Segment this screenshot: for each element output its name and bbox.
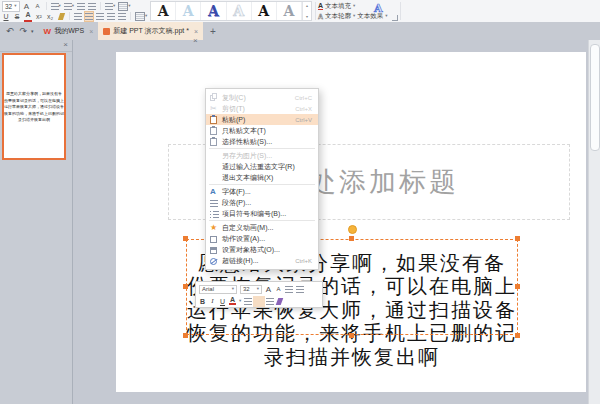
menu-item-cut[interactable]: ✂ 剪切(T) Ctrl+X: [206, 103, 318, 114]
bullets-button[interactable]: ▾: [51, 2, 61, 11]
text-effects-button[interactable]: 文本效果: [357, 12, 383, 21]
undo-history-dropdown[interactable]: ▾: [31, 28, 34, 34]
align-center-button[interactable]: [85, 12, 93, 21]
divider: [100, 2, 101, 10]
align-justify-button[interactable]: [107, 12, 115, 21]
menu-item-hyperlink[interactable]: 超链接(H)... Ctrl+K: [206, 255, 318, 266]
menu-item-reselect-text-ime[interactable]: 通过输入法重选文字(R): [206, 161, 318, 172]
resize-handle-top-center[interactable]: [349, 236, 354, 241]
chevron-down-icon: ▾: [145, 14, 147, 18]
highlight-button[interactable]: [57, 12, 65, 21]
menu-item-paste[interactable]: 粘贴(P) Ctrl+V: [206, 114, 318, 125]
increase-indent-button[interactable]: [88, 2, 96, 11]
increase-font-button[interactable]: A: [23, 2, 31, 11]
tab-home-wps[interactable]: W 我的WPS ×: [39, 22, 99, 40]
menu-item-exit-text-edit[interactable]: 退出文本编辑(X): [206, 172, 318, 183]
menu-item-paragraph[interactable]: 段落(P)...: [206, 197, 318, 208]
resize-handle-bottom-right[interactable]: [515, 333, 520, 338]
distribute-button[interactable]: [118, 12, 126, 21]
mini-bullets-icon[interactable]: [244, 298, 252, 305]
context-menu: 复制(C) Ctrl+C ✂ 剪切(T) Ctrl+X 粘贴(P) Ctrl+V…: [205, 88, 319, 270]
mini-font-name-box[interactable]: Arial ▾: [199, 285, 237, 294]
menu-separator: [209, 220, 315, 221]
mini-font-size-box[interactable]: 32 ▾: [240, 285, 262, 294]
resize-handle-top-right[interactable]: [515, 236, 520, 241]
scroll-down-icon[interactable]: ▾: [306, 14, 308, 19]
scrollbar-thumb[interactable]: [590, 44, 600, 151]
chevron-down-icon: ▾: [113, 4, 115, 8]
chevron-down-icon: ▾: [257, 287, 259, 291]
mini-underline-button[interactable]: U: [219, 298, 226, 305]
redo-button[interactable]: ↷: [20, 27, 28, 36]
menu-item-action-settings[interactable]: 动作设置(A)...: [206, 233, 318, 244]
slide-editing-area[interactable]: 此处添加标题 愿意给大家分享啊，如果没有备 份要恢复记录的话，可以在电脑上 运行…: [116, 52, 586, 392]
menu-item-paste-special[interactable]: 选择性粘贴(S)...: [206, 136, 318, 147]
resize-handle-mid-right[interactable]: [515, 284, 520, 289]
resize-handle-bottom-center[interactable]: [349, 333, 354, 338]
wordart-style-2[interactable]: A: [176, 2, 201, 20]
wordart-style-3[interactable]: A: [201, 2, 226, 20]
format-painter-icon[interactable]: [276, 298, 284, 305]
dialog-launcher-icon[interactable]: [392, 15, 398, 21]
mini-decrease-indent-icon[interactable]: [285, 286, 293, 293]
thumbnail-body-text: 愿意给大家分享啊，如果没有备 份要恢复记录的话，可以在电脑上 运行苹果恢复大师，…: [4, 91, 64, 124]
close-icon[interactable]: ×: [63, 41, 68, 49]
underline-button[interactable]: U: [2, 12, 10, 21]
mini-align-center-icon[interactable]: [255, 298, 263, 305]
wordart-style-1[interactable]: A: [151, 2, 176, 20]
undo-button[interactable]: ↶: [6, 27, 14, 36]
new-tab-button[interactable]: +: [210, 26, 216, 37]
chevron-down-icon: ▾: [14, 4, 16, 8]
close-icon[interactable]: ×: [194, 28, 198, 35]
scroll-up-icon[interactable]: ▴: [306, 3, 308, 8]
tab-document-label: 新建 PPT 演示文稿.ppt *: [113, 26, 189, 36]
align-left-button[interactable]: [74, 12, 82, 21]
mini-decrease-font-button[interactable]: A: [275, 286, 282, 292]
decrease-indent-button[interactable]: [77, 2, 85, 11]
mini-increase-indent-icon[interactable]: [296, 286, 304, 293]
text-outline-button[interactable]: 文本轮廓: [325, 12, 351, 21]
close-icon[interactable]: ×: [89, 28, 93, 35]
slide-thumbnail[interactable]: 愿意给大家分享啊，如果没有备 份要恢复记录的话，可以在电脑上 运行苹果恢复大师，…: [2, 53, 66, 160]
slide-thumbnail-panel: × 愿意给大家分享啊，如果没有备 份要恢复记录的话，可以在电脑上 运行苹果恢复大…: [0, 40, 73, 404]
subscript-button[interactable]: x₂: [46, 12, 54, 21]
wordart-style-6[interactable]: A: [277, 2, 302, 20]
menu-item-format-object[interactable]: 设置对象格式(O)...: [206, 244, 318, 255]
mini-italic-button[interactable]: I: [209, 297, 216, 305]
decrease-font-button[interactable]: A: [34, 2, 42, 11]
menu-item-bullets-numbering[interactable]: 项目符号和编号(B)...: [206, 208, 318, 219]
ribbon-toolbar: 32 ▾ A A ▾ ▾ ▾ ▾ U S A x² x₂: [0, 0, 600, 23]
tab-document-active[interactable]: 新建 PPT 演示文稿.ppt * ×: [98, 22, 203, 40]
line-spacing-button[interactable]: ▾: [105, 2, 115, 11]
menu-item-custom-animation[interactable]: ★ 自定义动画(M)...: [206, 222, 318, 233]
font-color-button[interactable]: A: [24, 11, 32, 22]
vertical-scrollbar[interactable]: [588, 40, 600, 404]
mini-bold-button[interactable]: B: [199, 298, 206, 305]
superscript-button[interactable]: x²: [35, 12, 43, 21]
wordart-style-5[interactable]: A: [252, 2, 277, 20]
rotate-handle[interactable]: [348, 225, 357, 234]
paragraph-spacing-button[interactable]: ▾: [135, 12, 147, 21]
text-fill-button[interactable]: 文本填充: [325, 2, 351, 11]
menu-item-save-as-picture[interactable]: 另存为图片(S)...: [206, 150, 318, 161]
mini-font-color-button[interactable]: A: [229, 297, 236, 305]
mini-align-right-icon[interactable]: [266, 298, 274, 305]
document-tabbar: ↶ ↷ ▾ W 我的WPS × 新建 PPT 演示文稿.ppt * × +: [0, 22, 600, 40]
menu-item-copy[interactable]: 复制(C) Ctrl+C: [206, 92, 318, 103]
strikethrough-button[interactable]: S: [13, 12, 21, 21]
mini-increase-font-button[interactable]: A: [265, 285, 272, 294]
text-direction-button[interactable]: ▾: [118, 2, 130, 11]
bullets-icon: [51, 3, 59, 10]
font-size-box[interactable]: 32 ▾: [2, 1, 20, 12]
wordart-gallery-scroll[interactable]: ▴ ▾: [302, 2, 311, 20]
menu-item-font[interactable]: A 字体(F)...: [206, 186, 318, 197]
resize-handle-bottom-left[interactable]: [183, 333, 188, 338]
numbering-button[interactable]: ▾: [64, 2, 74, 11]
ribbon-font-row: 32 ▾ A A ▾ ▾ ▾ ▾: [2, 1, 131, 11]
resize-handle-mid-left[interactable]: [183, 284, 188, 289]
align-right-button[interactable]: [96, 12, 104, 21]
menu-item-paste-text-only[interactable]: 只粘贴文本(T): [206, 125, 318, 136]
wordart-style-4[interactable]: A: [227, 2, 252, 20]
pane-close-icon[interactable]: ×: [193, 36, 198, 45]
resize-handle-top-left[interactable]: [183, 236, 188, 241]
